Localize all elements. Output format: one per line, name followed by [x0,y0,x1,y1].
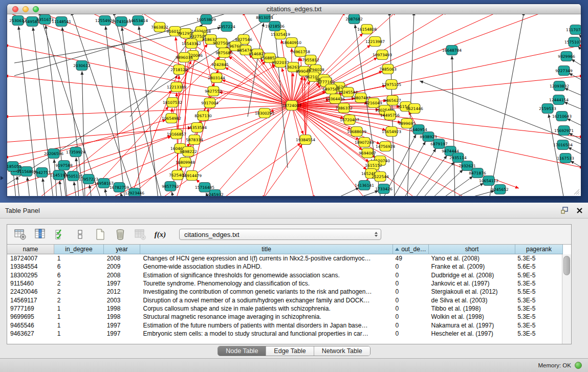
graph-node[interactable]: 9245652 [491,185,509,194]
table-row[interactable]: 1872400712008Changes of HCN gene express… [7,254,562,262]
new-column-button[interactable] [93,227,107,242]
cell-in_degree[interactable]: 2 [54,279,104,288]
cell-in_degree[interactable]: 1 [54,313,104,321]
splitter-arrow-icon[interactable] [1,176,4,180]
graph-node[interactable]: 16914479 [182,171,202,181]
cell-short[interactable]: Yano et al. (2008) [428,254,514,262]
cell-in_degree[interactable]: 6 [54,262,104,271]
graph-node[interactable]: 16648784 [442,46,462,55]
scrollbar-thumb[interactable] [563,256,570,275]
cell-year[interactable]: 1998 [104,313,140,321]
cell-title[interactable]: Changes of HCN gene expression and I(f) … [140,254,393,262]
cell-pagerank[interactable]: 5.3E-5 [514,321,562,329]
cell-out_de[interactable]: 0 [393,330,428,338]
minimize-window-icon[interactable] [23,6,29,12]
cell-short[interactable]: Stergiakouli et al. (2012) [428,288,514,296]
graph-node[interactable]: 14756928 [376,142,395,151]
graph-node[interactable]: 19166857 [167,129,186,139]
float-panel-icon[interactable] [561,207,569,214]
graph-node[interactable]: 18300295 [255,108,274,118]
graph-node[interactable]: 16154808 [357,25,377,34]
cell-short[interactable]: Franke et al. (2009) [428,262,514,271]
column-header-title[interactable]: title [140,245,393,254]
resize-grip-icon[interactable] [573,188,580,195]
cell-short[interactable]: Tibbo et al. (1998) [428,304,514,313]
table-row[interactable]: 1456911722003Disruption of a novel membe… [7,296,562,304]
cell-name[interactable]: 9463627 [7,330,54,338]
window-titlebar[interactable]: citations_edges.txt [7,4,581,14]
network-view[interactable]: 1872400774638229160128991295415226058932… [7,14,581,196]
network-canvas[interactable]: 1872400774638229160128991295415226058932… [7,14,581,196]
cell-in_degree[interactable]: 6 [54,271,104,279]
graph-node[interactable]: 7357224 [218,22,235,32]
cell-pagerank[interactable]: 5.3E-5 [514,279,562,288]
graph-node[interactable]: 12213987 [365,37,385,47]
cell-year[interactable]: 2003 [104,296,140,304]
cell-name[interactable]: 14569117 [7,296,54,304]
graph-node[interactable]: 8813054 [256,14,273,23]
cell-out_de[interactable]: 0 [393,288,428,296]
cell-name[interactable]: 19384554 [7,262,54,271]
cell-title[interactable]: Investigating the contribution of common… [140,288,393,296]
table-row[interactable]: 969969511998Structural magnetic resonanc… [7,313,562,321]
table-row[interactable]: 946362711997Embryonic stem cells: a mode… [7,330,562,338]
cell-pagerank[interactable]: 5.3E-5 [514,330,562,338]
cell-out_de[interactable]: 0 [393,313,428,321]
graph-node[interactable]: 12093832 [550,81,569,91]
cell-name[interactable]: 22420046 [7,288,54,296]
cell-pagerank[interactable]: 5.3E-5 [514,313,562,321]
show-columns-button[interactable] [33,227,48,242]
graph-node[interactable]: 2087682 [345,14,363,24]
cell-in_degree[interactable]: 1 [54,321,104,329]
cell-in_degree[interactable]: 1 [54,304,104,313]
function-builder-button[interactable]: f(x) [153,227,167,242]
graph-node[interactable]: 5878334 [186,135,203,145]
tab-edge-table[interactable]: Edge Table [266,346,314,356]
select-all-button[interactable] [53,227,68,242]
cell-year[interactable]: 1997 [104,279,140,288]
cell-name[interactable]: 18300295 [7,271,54,279]
table-row[interactable]: 911546021997Tourette syndrome. Phenomeno… [7,279,562,288]
column-header-in_degree[interactable]: in_degree [54,245,104,254]
cell-out_de[interactable]: 0 [393,321,428,329]
cell-year[interactable]: 2009 [104,262,140,271]
cell-name[interactable]: 9699695 [7,313,54,321]
cell-title[interactable]: Disruption of a novel member of a sodium… [140,296,393,304]
cell-year[interactable]: 1997 [104,321,140,329]
close-window-icon[interactable] [12,6,18,12]
graph-node[interactable]: 20364436 [325,94,345,104]
delete-column-button[interactable] [113,227,127,242]
tab-node-table[interactable]: Node Table [218,346,266,356]
cell-out_de[interactable]: 0 [393,304,428,313]
table-row[interactable]: 2242004622012Investigating the contribut… [7,288,562,296]
cell-pagerank[interactable]: 5.5E-5 [514,288,562,296]
cell-year[interactable]: 2008 [104,271,140,279]
cell-short[interactable]: de Silva et al. (2003) [428,296,514,304]
table-row[interactable]: 1830029562008Estimation of significance … [7,271,562,279]
cell-out_de[interactable]: 49 [393,254,428,262]
table-settings-button[interactable] [13,227,28,242]
cell-name[interactable]: 9465546 [7,321,54,329]
graph-node[interactable]: 11170744 [566,25,581,35]
cell-in_degree[interactable]: 2 [54,288,104,296]
cell-pagerank[interactable]: 5.6E-5 [514,262,562,271]
graph-node[interactable]: 2803144 [208,73,225,83]
column-header-year[interactable]: year [104,245,140,254]
graph-node[interactable]: 7463822 [151,23,168,32]
cell-year[interactable]: 2012 [104,288,140,296]
cell-title[interactable]: Tourette syndrome. Phenomenology and cla… [140,279,393,288]
cell-title[interactable]: Estimation of the future numbers of pati… [140,321,393,329]
cell-year[interactable]: 1998 [104,304,140,313]
memory-status-icon[interactable] [575,362,582,369]
cell-title[interactable]: Genome-wide association studies in ADHD. [140,262,393,271]
cell-title[interactable]: Structural magnetic resonance image aver… [140,313,393,321]
graph-node[interactable]: 9197588 [55,161,73,170]
cell-pagerank[interactable]: 5.9E-5 [514,271,562,279]
cell-in_degree[interactable]: 1 [54,330,104,338]
graph-node[interactable]: 15751074 [564,37,581,47]
tab-network-table[interactable]: Network Table [314,346,370,356]
graph-node[interactable]: 12975105 [382,80,401,90]
cell-short[interactable]: Nakamura et al. (1997) [428,321,514,329]
cell-out_de[interactable]: 0 [393,271,428,279]
graph-node[interactable]: 14653414 [128,16,148,26]
